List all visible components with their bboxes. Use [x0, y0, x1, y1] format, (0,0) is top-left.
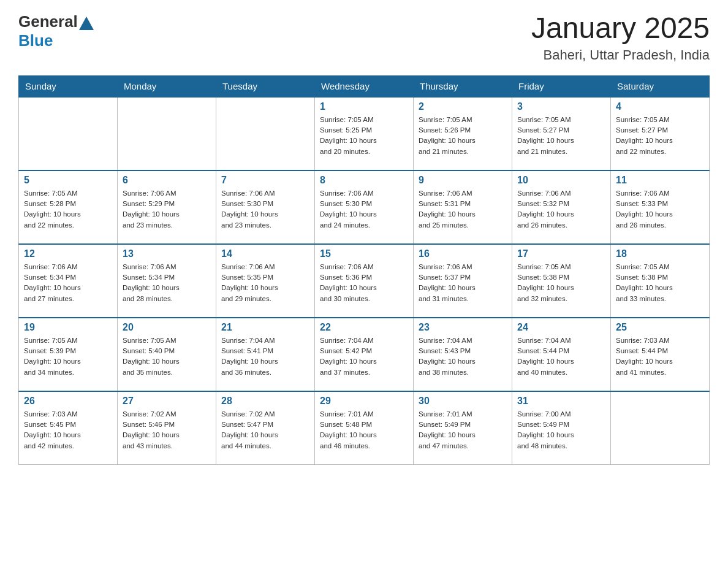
calendar-cell: 9Sunrise: 7:06 AMSunset: 5:31 PMDaylight… [414, 170, 512, 244]
day-number: 15 [320, 248, 408, 259]
calendar-cell [611, 391, 710, 465]
day-number: 5 [24, 175, 112, 186]
calendar-cell: 27Sunrise: 7:02 AMSunset: 5:46 PMDayligh… [118, 391, 216, 465]
day-info: Sunrise: 7:03 AMSunset: 5:44 PMDaylight:… [616, 335, 704, 378]
day-number: 21 [221, 322, 309, 333]
weekday-header-saturday: Saturday [611, 75, 710, 97]
day-number: 27 [123, 396, 211, 407]
day-info: Sunrise: 7:00 AMSunset: 5:49 PMDaylight:… [517, 409, 605, 451]
day-number: 31 [517, 396, 605, 407]
calendar-cell: 24Sunrise: 7:04 AMSunset: 5:44 PMDayligh… [512, 318, 611, 391]
logo-blue-text: Blue [18, 31, 94, 50]
day-number: 11 [616, 175, 704, 186]
day-info: Sunrise: 7:02 AMSunset: 5:47 PMDaylight:… [221, 409, 309, 451]
title-block: January 2025 Baheri, Uttar Pradesh, Indi… [531, 12, 710, 63]
day-info: Sunrise: 7:06 AMSunset: 5:36 PMDaylight:… [320, 262, 408, 304]
day-number: 8 [320, 175, 408, 186]
day-info: Sunrise: 7:01 AMSunset: 5:48 PMDaylight:… [320, 409, 408, 451]
calendar-cell: 26Sunrise: 7:03 AMSunset: 5:45 PMDayligh… [19, 391, 118, 465]
weekday-header-row: SundayMondayTuesdayWednesdayThursdayFrid… [19, 75, 710, 97]
calendar-cell: 12Sunrise: 7:06 AMSunset: 5:34 PMDayligh… [19, 244, 118, 318]
calendar-cell: 31Sunrise: 7:00 AMSunset: 5:49 PMDayligh… [512, 391, 611, 465]
day-number: 25 [616, 322, 704, 333]
logo: General Blue [18, 12, 94, 50]
day-info: Sunrise: 7:05 AMSunset: 5:40 PMDaylight:… [123, 335, 211, 378]
day-number: 6 [123, 175, 211, 186]
day-info: Sunrise: 7:05 AMSunset: 5:28 PMDaylight:… [24, 188, 112, 231]
logo-block: General Blue [18, 12, 94, 50]
calendar-cell [118, 97, 216, 170]
day-info: Sunrise: 7:06 AMSunset: 5:29 PMDaylight:… [123, 188, 211, 231]
calendar-cell: 7Sunrise: 7:06 AMSunset: 5:30 PMDaylight… [216, 170, 315, 244]
day-number: 16 [419, 248, 507, 259]
day-info: Sunrise: 7:05 AMSunset: 5:38 PMDaylight:… [616, 262, 704, 304]
day-number: 3 [517, 101, 605, 112]
weekday-header-monday: Monday [118, 75, 216, 97]
calendar-cell: 10Sunrise: 7:06 AMSunset: 5:32 PMDayligh… [512, 170, 611, 244]
day-number: 13 [123, 248, 211, 259]
calendar-cell: 3Sunrise: 7:05 AMSunset: 5:27 PMDaylight… [512, 97, 611, 170]
day-number: 20 [123, 322, 211, 333]
calendar-cell: 28Sunrise: 7:02 AMSunset: 5:47 PMDayligh… [216, 391, 315, 465]
day-info: Sunrise: 7:06 AMSunset: 5:34 PMDaylight:… [24, 262, 112, 304]
day-number: 28 [221, 396, 309, 407]
day-number: 2 [419, 101, 507, 112]
calendar-cell: 2Sunrise: 7:05 AMSunset: 5:26 PMDaylight… [414, 97, 512, 170]
day-number: 18 [616, 248, 704, 259]
calendar-cell: 15Sunrise: 7:06 AMSunset: 5:36 PMDayligh… [315, 244, 414, 318]
calendar-week-row: 19Sunrise: 7:05 AMSunset: 5:39 PMDayligh… [19, 318, 710, 391]
day-number: 14 [221, 248, 309, 259]
calendar-cell: 16Sunrise: 7:06 AMSunset: 5:37 PMDayligh… [414, 244, 512, 318]
day-number: 30 [419, 396, 507, 407]
day-number: 9 [419, 175, 507, 186]
calendar-cell: 23Sunrise: 7:04 AMSunset: 5:43 PMDayligh… [414, 318, 512, 391]
day-info: Sunrise: 7:04 AMSunset: 5:41 PMDaylight:… [221, 335, 309, 378]
day-number: 4 [616, 101, 704, 112]
day-number: 29 [320, 396, 408, 407]
day-number: 7 [221, 175, 309, 186]
day-info: Sunrise: 7:05 AMSunset: 5:27 PMDaylight:… [616, 115, 704, 157]
day-info: Sunrise: 7:05 AMSunset: 5:38 PMDaylight:… [517, 262, 605, 304]
day-info: Sunrise: 7:05 AMSunset: 5:25 PMDaylight:… [320, 115, 408, 157]
page-header: General Blue January 2025 Baheri, Uttar … [18, 12, 710, 63]
calendar-week-row: 12Sunrise: 7:06 AMSunset: 5:34 PMDayligh… [19, 244, 710, 318]
day-number: 10 [517, 175, 605, 186]
logo-triangle-icon [79, 17, 94, 30]
calendar-cell: 25Sunrise: 7:03 AMSunset: 5:44 PMDayligh… [611, 318, 710, 391]
weekday-header-thursday: Thursday [414, 75, 512, 97]
day-number: 22 [320, 322, 408, 333]
calendar-title: January 2025 [531, 12, 710, 45]
day-number: 17 [517, 248, 605, 259]
day-info: Sunrise: 7:04 AMSunset: 5:44 PMDaylight:… [517, 335, 605, 378]
day-number: 12 [24, 248, 112, 259]
calendar-cell: 4Sunrise: 7:05 AMSunset: 5:27 PMDaylight… [611, 97, 710, 170]
day-info: Sunrise: 7:02 AMSunset: 5:46 PMDaylight:… [123, 409, 211, 451]
calendar-cell: 13Sunrise: 7:06 AMSunset: 5:34 PMDayligh… [118, 244, 216, 318]
day-info: Sunrise: 7:04 AMSunset: 5:42 PMDaylight:… [320, 335, 408, 378]
day-info: Sunrise: 7:03 AMSunset: 5:45 PMDaylight:… [24, 409, 112, 451]
day-number: 19 [24, 322, 112, 333]
calendar-week-row: 26Sunrise: 7:03 AMSunset: 5:45 PMDayligh… [19, 391, 710, 465]
calendar-cell [216, 97, 315, 170]
calendar-cell: 8Sunrise: 7:06 AMSunset: 5:30 PMDaylight… [315, 170, 414, 244]
day-number: 24 [517, 322, 605, 333]
calendar-cell: 21Sunrise: 7:04 AMSunset: 5:41 PMDayligh… [216, 318, 315, 391]
calendar-cell [19, 97, 118, 170]
calendar-week-row: 1Sunrise: 7:05 AMSunset: 5:25 PMDaylight… [19, 97, 710, 170]
calendar-cell: 19Sunrise: 7:05 AMSunset: 5:39 PMDayligh… [19, 318, 118, 391]
day-number: 26 [24, 396, 112, 407]
logo-general-text: General [18, 12, 78, 31]
day-info: Sunrise: 7:06 AMSunset: 5:34 PMDaylight:… [123, 262, 211, 304]
calendar-cell: 6Sunrise: 7:06 AMSunset: 5:29 PMDaylight… [118, 170, 216, 244]
calendar-table: SundayMondayTuesdayWednesdayThursdayFrid… [18, 75, 710, 465]
weekday-header-tuesday: Tuesday [216, 75, 315, 97]
calendar-cell: 30Sunrise: 7:01 AMSunset: 5:49 PMDayligh… [414, 391, 512, 465]
day-info: Sunrise: 7:06 AMSunset: 5:33 PMDaylight:… [616, 188, 704, 231]
day-info: Sunrise: 7:06 AMSunset: 5:30 PMDaylight:… [221, 188, 309, 231]
day-info: Sunrise: 7:04 AMSunset: 5:43 PMDaylight:… [419, 335, 507, 378]
weekday-header-wednesday: Wednesday [315, 75, 414, 97]
day-info: Sunrise: 7:05 AMSunset: 5:26 PMDaylight:… [419, 115, 507, 157]
calendar-cell: 1Sunrise: 7:05 AMSunset: 5:25 PMDaylight… [315, 97, 414, 170]
calendar-cell: 18Sunrise: 7:05 AMSunset: 5:38 PMDayligh… [611, 244, 710, 318]
day-number: 23 [419, 322, 507, 333]
